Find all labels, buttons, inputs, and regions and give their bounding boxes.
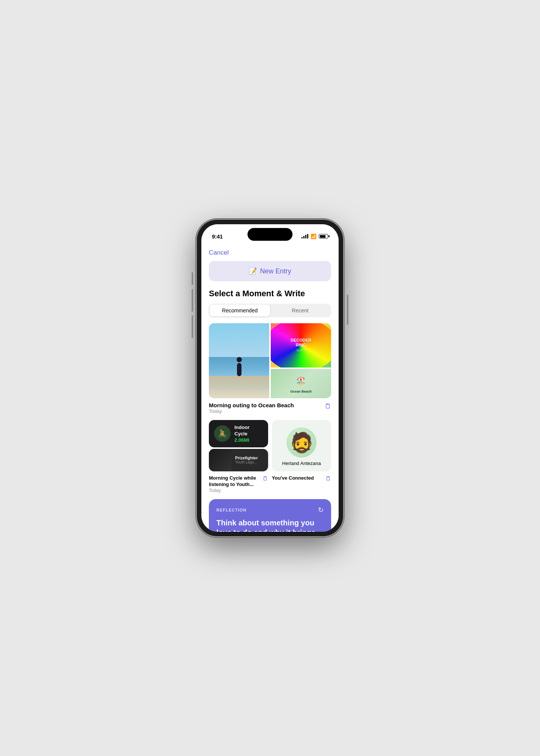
- refresh-icon[interactable]: ↻: [318, 506, 324, 514]
- podcast-artist: Youth Lago...: [235, 460, 264, 464]
- new-entry-label: New Entry: [260, 267, 291, 275]
- reflection-header: REFLECTION ↻: [216, 506, 324, 514]
- reflection-text: Think about something you love to do and…: [216, 518, 324, 532]
- activity-cards: 🚴 Indoor Cycle 2.06MI HEAVENISAJUNKYARD: [209, 420, 268, 471]
- reflection-label: REFLECTION: [216, 508, 246, 512]
- wifi-icon: 📶: [310, 234, 316, 239]
- cards-row: 🚴 Indoor Cycle 2.06MI HEAVENISAJUNKYARD: [209, 420, 331, 471]
- podcast-artwork: HEAVENISAJUNKYARD: [209, 449, 231, 471]
- dynamic-island: [248, 228, 292, 241]
- decoder-ring-photo[interactable]: DECODER RING SLATE: [271, 323, 331, 368]
- contact-connected-label: You've Connected: [272, 475, 314, 482]
- power-button[interactable]: [347, 295, 348, 325]
- map-location-label: Ocean Beach: [290, 390, 312, 394]
- new-entry-button[interactable]: 📝 New Entry: [209, 261, 331, 281]
- beach-sky: [209, 323, 269, 361]
- card-captions: Morning Cycle while listening to Youth..…: [209, 475, 331, 493]
- new-entry-icon: 📝: [249, 267, 257, 275]
- photo-caption: Morning outing to Ocean Beach Today 🗒︎: [209, 402, 331, 414]
- caption-subtitle: Today: [209, 408, 294, 414]
- cycle-distance: 2.06MI: [234, 437, 263, 443]
- podcast-info: Prizefighter Youth Lago...: [231, 449, 268, 471]
- volume-down-button[interactable]: [192, 315, 193, 338]
- status-bar: 9:41 📶: [201, 224, 339, 243]
- decoder-ring-text: DECODER RING SLATE: [291, 338, 311, 353]
- reflection-card[interactable]: REFLECTION ↻ Think about something you l…: [209, 499, 331, 532]
- activity-caption-sub: Today: [209, 488, 262, 493]
- contact-card[interactable]: 🧔 Herland Antezana: [272, 420, 331, 471]
- activity-caption-title: Morning Cycle while listening to Youth..…: [209, 475, 262, 488]
- activity-write-icon[interactable]: 🗒︎: [262, 475, 268, 482]
- signal-icon: [302, 234, 308, 238]
- map-pin-icon: 🏖️: [296, 376, 306, 385]
- section-title: Select a Moment & Write: [209, 289, 331, 298]
- beach-photo[interactable]: [209, 323, 269, 398]
- phone-frame: 9:41 📶 Cancel 📝 Ne: [197, 220, 343, 536]
- cancel-button[interactable]: Cancel: [209, 249, 229, 256]
- status-icons: 📶: [302, 234, 328, 239]
- avatar-emoji: 🧔: [290, 431, 314, 454]
- caption-text: Morning outing to Ocean Beach Today: [209, 402, 294, 414]
- phone-screen: 9:41 📶 Cancel 📝 Ne: [201, 224, 339, 532]
- contact-name: Herland Antezana: [282, 460, 321, 466]
- volume-up-button[interactable]: [192, 289, 193, 312]
- mute-button[interactable]: [192, 272, 193, 285]
- battery-icon: [319, 234, 328, 238]
- contact-caption: You've Connected 🗒︎: [272, 475, 331, 493]
- cycle-title: Indoor Cycle: [234, 424, 263, 437]
- battery-fill: [320, 235, 326, 238]
- activity-caption-text: Morning Cycle while listening to Youth..…: [209, 475, 262, 493]
- segment-control: Recommended Recent: [209, 304, 331, 317]
- ocean-beach-map[interactable]: 🏖️ Ocean Beach: [271, 369, 331, 398]
- person-figure: [234, 357, 245, 383]
- photo-collage[interactable]: DECODER RING SLATE 🏖️ Ocean Beach: [209, 323, 331, 398]
- contact-caption-text: You've Connected: [272, 475, 314, 482]
- cycling-icon: 🚴: [214, 425, 231, 442]
- write-entry-icon[interactable]: 🗒︎: [325, 403, 331, 410]
- tab-recent[interactable]: Recent: [270, 304, 330, 316]
- contact-write-icon[interactable]: 🗒︎: [326, 475, 331, 482]
- podcast-title: Prizefighter: [235, 456, 264, 460]
- podcast-card[interactable]: HEAVENISAJUNKYARD Prizefighter Youth Lag…: [209, 449, 268, 471]
- cycle-info: Indoor Cycle 2.06MI: [234, 424, 263, 443]
- main-content: Cancel 📝 New Entry Select a Moment & Wri…: [201, 243, 339, 532]
- caption-title: Morning outing to Ocean Beach: [209, 402, 294, 408]
- status-time: 9:41: [212, 233, 223, 240]
- tab-recommended[interactable]: Recommended: [210, 304, 270, 316]
- avatar: 🧔: [286, 428, 316, 458]
- cycle-card[interactable]: 🚴 Indoor Cycle 2.06MI: [209, 420, 268, 447]
- activity-caption: Morning Cycle while listening to Youth..…: [209, 475, 268, 493]
